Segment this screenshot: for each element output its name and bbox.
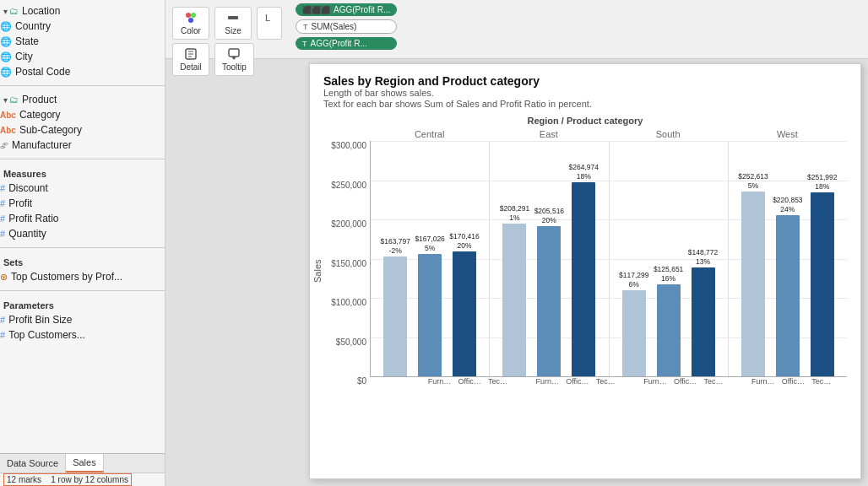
hash-icon6: # [0,330,5,340]
product-icon: 🗂 [9,94,19,105]
bar-rect[interactable] [537,226,561,376]
region-col-east: $208,2911%$205,51620%$264,97418% [490,141,608,376]
bar-rect[interactable] [453,251,476,376]
y-tick: $0 [357,376,366,386]
clip-icon: 🖇 [0,141,8,150]
top-customers-item[interactable]: ⊛ Top Customers by Prof... [0,269,165,284]
detail-icon [184,47,198,61]
detail-label: Detail [180,62,202,72]
svg-point-2 [188,18,193,23]
y-tick: $250,000 [331,181,366,190]
region-header-south: South [609,129,728,139]
sets-header: Sets [0,254,165,269]
postal-code-item[interactable]: 🌐 Postal Code [0,64,165,79]
location-header[interactable]: ▾ 🗂 Location [0,3,165,19]
bar-group[interactable]: $125,65116% [654,265,683,376]
region-header-west: West [728,129,847,139]
bar-group[interactable]: $208,2911% [500,204,529,376]
country-item[interactable]: 🌐 Country [0,19,165,34]
profit-ratio-item[interactable]: # Profit Ratio [0,211,165,226]
bar-group[interactable]: $264,97418% [569,163,599,376]
detail-button[interactable]: Detail [172,43,209,76]
regions-container: $163,797-2%$167,0265%$170,41620%$208,291… [371,141,847,376]
chevron-icon2: ▾ [3,95,8,105]
bar-group[interactable]: $163,797-2% [380,237,410,376]
svg-rect-3 [228,16,238,19]
product-header[interactable]: ▾ 🗂 Product [0,92,165,107]
bar-label: $264,97418% [569,163,599,181]
label-button[interactable]: L [257,7,282,40]
data-source-tab[interactable]: Data Source [0,454,66,472]
bottom-tabs: Data Source Sales [0,453,165,472]
chart-panel: Sales by Region and Product category Len… [309,63,861,479]
pill-0[interactable]: ⬛⬛⬛ AGG(Profit R... [296,3,397,16]
sales-tab[interactable]: Sales [66,454,104,472]
bar-group[interactable]: $251,99218% [807,173,837,376]
bar-label: $117,2996% [619,271,648,289]
divider4 [0,290,165,291]
color-button[interactable]: Color [172,7,209,40]
city-item[interactable]: 🌐 City [0,49,165,64]
bar-group[interactable]: $205,51620% [534,207,564,376]
chevron-icon: ▾ [3,7,8,16]
profit-item[interactable]: # Profit [0,196,165,211]
manufacturer-item[interactable]: 🖇 Manufacturer [0,138,165,153]
quantity-label: Quantity [8,228,46,240]
size-label: Size [225,26,241,35]
profit-label: Profit [8,197,32,209]
pill-2[interactable]: T AGG(Profit R... [296,37,397,50]
bar-label: $252,6135% [738,172,768,191]
bar-rect[interactable] [741,192,765,376]
pill-1[interactable]: T SUM(Sales) [296,19,397,34]
tooltip-button[interactable]: Tooltip [214,43,254,76]
discount-item[interactable]: # Discount [0,181,165,196]
svg-point-1 [191,13,196,18]
color-icon [184,11,198,24]
y-axis-label: Sales [310,64,325,478]
bar-rect[interactable] [692,267,715,376]
x-labels-region: FurnitureOffice Su...Technolo... [416,377,524,386]
state-label: State [15,35,39,47]
bar-rect[interactable] [502,224,526,376]
svg-text:L: L [265,13,270,23]
subcategory-label: Sub-Category [19,124,82,136]
globe-icon3: 🌐 [0,51,12,62]
bar-group[interactable]: $220,85324% [773,196,802,376]
size-button[interactable]: Size [214,7,252,40]
state-item[interactable]: 🌐 State [0,34,165,49]
x-labels-region: FurnitureOffice Su...Technolo... [632,377,740,386]
label-icon: L [263,11,276,24]
top-customers-param-item[interactable]: # Top Customers... [0,327,165,343]
bar-group[interactable]: $167,0265% [415,235,444,376]
globe-icon: 🌐 [0,21,12,32]
bar-rect[interactable] [776,215,800,376]
divider1 [0,85,165,86]
bar-group[interactable]: $252,6135% [738,172,768,376]
hash-icon1: # [0,183,5,193]
bar-rect[interactable] [811,192,834,376]
x-axis-label: Furniture [643,377,667,386]
chart-title: Sales by Region and Product category [323,74,847,88]
quantity-item[interactable]: # Quantity [0,226,165,241]
city-label: City [15,51,33,62]
svg-point-0 [186,13,191,18]
x-axis-label: Technolo... [596,377,620,386]
profit-bin-item[interactable]: # Profit Bin Size [0,312,165,327]
x-labels-region: FurnitureOffice Su...Technolo... [524,377,632,386]
globe-icon2: 🌐 [0,36,12,47]
sidebar: ▾ 🗂 Location 🌐 Country 🌐 State 🌐 City 🌐 … [0,0,165,486]
subcategory-item[interactable]: Abc Sub-Category [0,122,165,138]
bar-group[interactable]: $170,41620% [449,232,479,376]
bar-group[interactable]: $148,77213% [688,248,718,376]
bar-rect[interactable] [657,284,681,376]
divider3 [0,247,165,248]
bar-group[interactable]: $117,2996% [619,271,648,376]
bar-rect[interactable] [418,254,442,376]
abc-icon2: Abc [0,126,16,135]
bar-rect[interactable] [572,182,595,376]
bar-label: $148,77213% [688,248,718,267]
hash-icon4: # [0,229,5,239]
bar-rect[interactable] [383,256,407,376]
bar-rect[interactable] [622,290,646,376]
category-item[interactable]: Abc Category [0,107,165,122]
